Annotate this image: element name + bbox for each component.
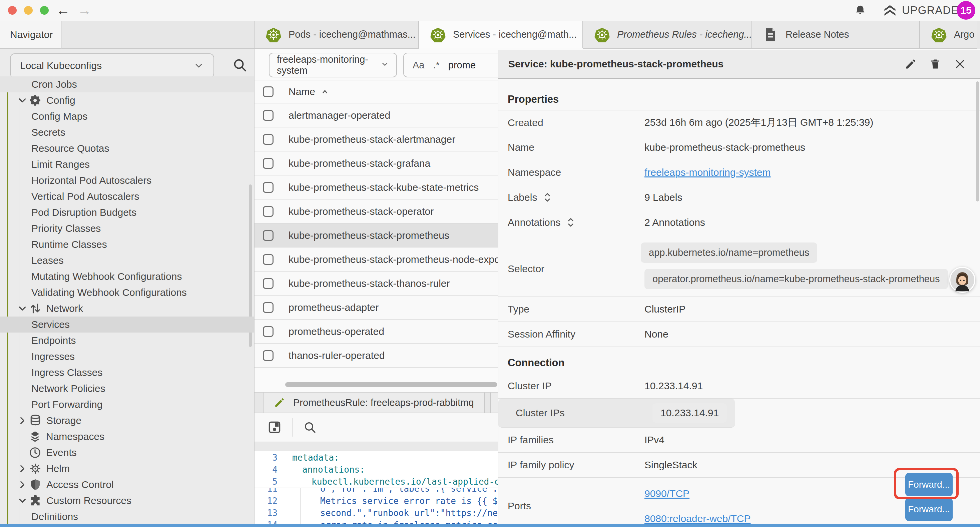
forward-arrow-icon[interactable]: → [77, 1, 91, 20]
sidebar-tree-item[interactable]: Limit Ranges [0, 156, 254, 172]
sidebar-tree-item[interactable]: Pod Disruption Budgets [0, 204, 254, 220]
save-icon[interactable] [267, 420, 282, 435]
chevron-down-icon[interactable] [17, 95, 28, 106]
namespace-link[interactable]: freeleaps-monitoring-system [644, 167, 770, 178]
sidebar-tree-item[interactable]: Helm [0, 461, 254, 477]
row-checkbox[interactable] [263, 158, 274, 169]
chevron-down-icon[interactable] [17, 495, 28, 506]
sidebar-tree-item[interactable]: Port Forwarding [0, 396, 254, 412]
sidebar-tree-item[interactable]: Validating Webhook Configurations [0, 285, 254, 301]
app-tab[interactable]: Release Notes [751, 21, 920, 49]
horizontal-scrollbar[interactable] [285, 382, 497, 387]
sort-toggle-icon[interactable] [542, 191, 552, 204]
assistant-avatar[interactable] [949, 267, 975, 293]
sidebar-tree-item[interactable]: Runtime Classes [0, 236, 254, 253]
chevron-down-icon[interactable] [17, 303, 28, 314]
sidebar-tree-item[interactable]: Endpoints [0, 333, 254, 349]
chevron-down-icon [194, 61, 204, 71]
notifications-bell-icon[interactable] [854, 4, 867, 17]
app-tab[interactable]: Services - icecheng@math... [419, 21, 583, 49]
selector-chip[interactable]: app.kubernetes.io/name=prometheus [641, 242, 817, 263]
editor-search-icon[interactable] [303, 420, 317, 434]
sidebar-tree-item[interactable]: Storage [0, 412, 254, 428]
updown-icon [29, 302, 42, 315]
detail-scrollbar[interactable] [976, 81, 979, 201]
row-checkbox[interactable] [263, 350, 274, 361]
delete-trash-icon[interactable] [929, 58, 941, 70]
sort-toggle-icon[interactable] [566, 216, 576, 229]
match-case-toggle[interactable]: Aa [413, 60, 424, 71]
minimize-window-button[interactable] [24, 6, 33, 15]
sidebar-tree-item[interactable]: Cron Jobs [0, 76, 254, 92]
select-all-checkbox[interactable] [263, 86, 274, 97]
layers-icon [29, 430, 41, 443]
app-tab[interactable]: Prometheus Rules - icecheng... [583, 21, 751, 49]
connection-rows: Cluster IP 10.233.14.91 Cluster IPs 10.2… [498, 374, 980, 478]
close-panel-icon[interactable] [954, 58, 966, 70]
regex-toggle[interactable]: .* [433, 60, 439, 71]
sidebar-tree-item[interactable]: Access Control [0, 477, 254, 493]
row-checkbox[interactable] [263, 230, 274, 241]
chevron-right-icon[interactable] [17, 463, 28, 474]
editor-url-link[interactable]: https://net [445, 508, 503, 518]
zoom-window-button[interactable] [40, 6, 49, 15]
selector-chip[interactable]: operator.prometheus.io/name=kube-prometh… [644, 269, 948, 289]
column-divider [281, 84, 281, 99]
property-row: Created 253d 16h 6m ago (2025年1月13日 GMT+… [498, 110, 980, 135]
sidebar-tree-item[interactable]: Mutating Webhook Configurations [0, 269, 254, 285]
sidebar-tree-item[interactable]: Secrets [0, 124, 254, 140]
app-tab[interactable]: Argo Se [920, 21, 977, 49]
navigator-panel-tab[interactable]: Navigator [0, 21, 62, 49]
sidebar-tree-item[interactable]: Resource Quotas [0, 140, 254, 156]
prometheusrule-editor-tab[interactable]: PrometheusRule: freeleaps-prod-rabbitmq [264, 393, 485, 412]
upgrade-button[interactable]: UPGRADE [883, 3, 959, 18]
sidebar-tree-item[interactable]: Priority Classes [0, 220, 254, 236]
namespace-select[interactable]: freeleaps-monitoring-system [269, 53, 397, 77]
doc-icon [763, 27, 778, 42]
properties-rows-a: Created 253d 16h 6m ago (2025年1月13日 GMT+… [498, 110, 980, 160]
sidebar-tree-item[interactable]: Events [0, 444, 254, 461]
property-row: IP families IPv4 [498, 428, 980, 453]
row-checkbox[interactable] [263, 278, 274, 289]
sidebar-tree-item[interactable]: Leases [0, 253, 254, 269]
sidebar-tree-item[interactable]: Horizontal Pod Autoscalers [0, 172, 254, 188]
name-column-header[interactable]: Name [288, 86, 329, 97]
properties-rows-c: Type ClusterIP Session Affinity None [498, 297, 980, 347]
notification-count-badge[interactable]: 15 [957, 1, 975, 20]
k8s-icon [594, 27, 610, 42]
row-checkbox[interactable] [263, 110, 274, 121]
search-input[interactable]: prome [448, 60, 476, 71]
sidebar-tree-item[interactable]: Namespaces [0, 428, 254, 444]
port-9090-link[interactable]: 9090/TCP [644, 488, 689, 499]
sidebar-tree-item[interactable]: Custom Resources [0, 493, 254, 509]
close-window-button[interactable] [8, 6, 17, 15]
sidebar-tree-item[interactable]: Network Policies [0, 381, 254, 396]
row-checkbox[interactable] [263, 254, 274, 265]
chevron-right-icon[interactable] [17, 479, 28, 490]
sidebar-search-icon[interactable] [232, 57, 248, 73]
detail-header: Service: kube-prometheus-stack-prometheu… [498, 50, 980, 79]
app-tab[interactable]: Pods - icecheng@mathmas... [255, 21, 419, 49]
sidebar-tree-item[interactable]: Config [0, 92, 254, 108]
chevron-right-icon[interactable] [17, 415, 28, 426]
sidebar-tree-item[interactable]: Ingress Classes [0, 365, 254, 381]
port-8080-link[interactable]: 8080:reloader-web/TCP [644, 513, 751, 524]
sidebar-tree-item[interactable]: Ingresses [0, 349, 254, 365]
k8s-icon [430, 27, 445, 42]
sidebar-tree-item[interactable]: Network [0, 301, 254, 317]
back-arrow-icon[interactable]: ← [56, 1, 70, 20]
sidebar-tree-item[interactable]: Services [0, 317, 254, 333]
row-checkbox[interactable] [263, 182, 274, 193]
k8s-icon [266, 27, 281, 42]
editor-tab-label: PrometheusRule: freeleaps-prod-rabbitmq [293, 397, 474, 408]
edit-pencil-icon[interactable] [905, 58, 916, 70]
sidebar-tree-item[interactable]: Config Maps [0, 108, 254, 124]
row-checkbox[interactable] [263, 326, 274, 337]
row-checkbox[interactable] [263, 206, 274, 217]
forward-port-8080-button[interactable]: Forward... [905, 498, 953, 521]
sidebar-tree-item[interactable]: Vertical Pod Autoscalers [0, 188, 254, 204]
kubeconfig-select[interactable]: Local Kubeconfigs [10, 53, 214, 78]
row-checkbox[interactable] [263, 302, 274, 313]
sidebar-tree-item[interactable]: Definitions [0, 509, 254, 525]
row-checkbox[interactable] [263, 134, 274, 145]
